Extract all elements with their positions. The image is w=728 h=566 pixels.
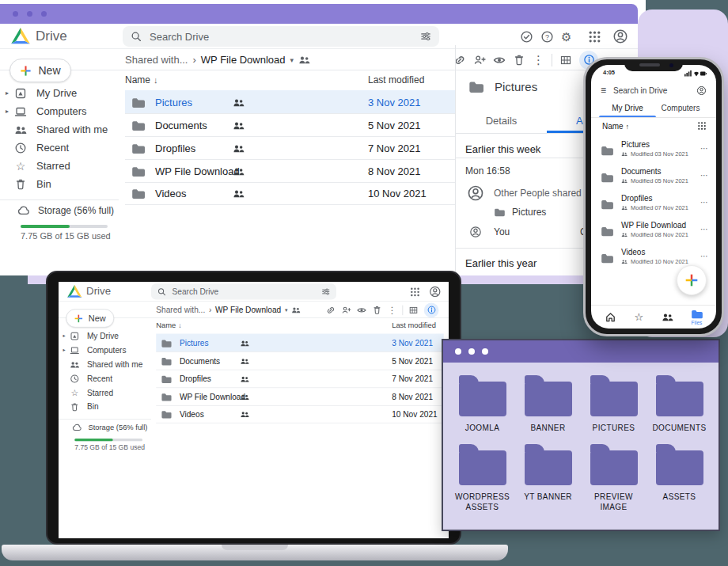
sidebar-item-shared-with-me[interactable]: Shared with me [0, 120, 119, 139]
window-dot[interactable] [455, 348, 461, 355]
file-row-documents[interactable]: Documents Modified 05 Nov 2021 ⋯ [591, 165, 716, 192]
folder-icon [494, 207, 505, 217]
home-icon[interactable] [605, 311, 616, 323]
google-apps-icon[interactable] [410, 287, 420, 297]
file-row-dropfiles[interactable]: Dropfiles Modified 07 Nov 2021 ⋯ [591, 192, 716, 218]
window-dot[interactable] [27, 11, 32, 17]
sidebar-item-recent[interactable]: Recent [0, 139, 119, 157]
grid-view-icon[interactable] [408, 305, 418, 314]
shared-people-icon[interactable] [662, 311, 673, 323]
file-row-documents[interactable]: Documents 5 Nov 2021 [125, 113, 455, 136]
sidebar-item-starred[interactable]: ☆ Starred [59, 386, 151, 400]
column-header-modified[interactable]: Last modified [392, 317, 436, 333]
column-header-name[interactable]: Name ↓ [125, 70, 158, 90]
column-header-modified[interactable]: Last modified [368, 70, 424, 90]
window-dot[interactable] [482, 348, 488, 355]
search-bar[interactable]: Search Drive [123, 26, 439, 47]
sidebar-divider [59, 419, 151, 420]
nav-files[interactable]: Files [691, 309, 703, 325]
activity-entry-item[interactable]: Pictures [494, 207, 546, 218]
storage-summary[interactable]: Storage (56% full) [72, 423, 147, 432]
grid-view-icon[interactable] [697, 121, 707, 131]
new-button[interactable]: New [66, 309, 114, 327]
file-row-wp-file-download[interactable]: WP File Download 8 Nov 2021 [125, 159, 455, 182]
account-avatar[interactable] [612, 28, 628, 44]
settings-gear-icon[interactable]: ⚙ [561, 30, 574, 44]
help-icon[interactable] [540, 30, 554, 44]
window-dot[interactable] [41, 11, 47, 17]
google-apps-icon[interactable] [588, 30, 601, 44]
breadcrumb-parent[interactable]: Shared with... [125, 54, 188, 66]
file-row-documents[interactable]: Documents 5 Nov 2021 [156, 351, 443, 370]
sidebar-item-bin[interactable]: Bin [0, 175, 119, 193]
file-row-videos[interactable]: Videos 10 Nov 2021 [156, 405, 443, 424]
folder-item-banner[interactable]: BANNER [515, 375, 581, 433]
folder-item-pictures[interactable]: PICTURES [581, 375, 646, 433]
sort-desc-icon: ↓ [178, 322, 181, 329]
tab-details[interactable]: Details [456, 108, 547, 133]
folder-item-documents[interactable]: DOCUMENTS [646, 375, 712, 433]
account-avatar[interactable] [429, 286, 442, 298]
file-row-wp-file-download[interactable]: WP File Download Modified 08 Nov 2021 ⋯ [591, 218, 716, 245]
chevron-down-icon[interactable]: ▾ [290, 56, 294, 64]
sidebar-item-bin[interactable]: Bin [59, 400, 151, 414]
folder-item-joomla[interactable]: JOOMLA [449, 375, 515, 433]
new-button[interactable]: New [9, 59, 71, 82]
folder-item-assets[interactable]: ASSETS [646, 444, 712, 512]
sort-control[interactable]: Name ↑ [602, 122, 629, 131]
file-row-videos[interactable]: Videos 10 Nov 2021 [125, 182, 455, 205]
window-dot[interactable] [468, 348, 475, 355]
more-options-icon[interactable]: ⋮ [388, 306, 397, 315]
sidebar-item-my-drive[interactable]: ▸ My Drive [0, 84, 119, 102]
folder-item-yt-banner[interactable]: YT BANNER [515, 444, 581, 512]
share-add-person-icon[interactable] [341, 305, 351, 314]
file-row-dropfiles[interactable]: Dropfiles 7 Nov 2021 [156, 370, 443, 388]
breadcrumb[interactable]: Shared with... › WP File Download ▾ [125, 49, 310, 70]
storage-caption: 7.75 GB of 15 GB used [21, 231, 111, 241]
get-link-icon[interactable] [326, 305, 336, 314]
account-avatar[interactable] [696, 85, 707, 96]
expand-icon[interactable]: ▸ [59, 333, 70, 339]
more-options-icon[interactable]: ⋯ [700, 252, 708, 260]
info-details-icon[interactable] [424, 302, 439, 317]
file-row-dropfiles[interactable]: Dropfiles 7 Nov 2021 [125, 136, 455, 159]
breadcrumb-separator-icon: › [193, 54, 196, 66]
chevron-down-icon[interactable]: ▾ [285, 307, 288, 313]
starred-icon[interactable]: ☆ [634, 312, 643, 322]
file-row-pictures[interactable]: Pictures 3 Nov 2021 [125, 90, 455, 113]
expand-icon[interactable]: ▸ [0, 108, 14, 115]
sidebar-item-recent[interactable]: Recent [59, 371, 151, 386]
file-row-pictures[interactable]: Pictures 3 Nov 2021 [156, 334, 443, 352]
column-header-name[interactable]: Name ↓ [156, 317, 181, 333]
breadcrumb-current[interactable]: WP File Download [201, 54, 286, 66]
expand-icon[interactable]: ▸ [0, 89, 14, 97]
phone-search-bar[interactable]: ≡ Search in Drive [591, 81, 716, 100]
file-row-pictures[interactable]: Pictures Modified 03 Nov 2021 ⋯ [591, 138, 716, 165]
expand-icon[interactable]: ▸ [59, 348, 70, 353]
more-options-icon[interactable]: ⋯ [700, 198, 708, 207]
more-options-icon[interactable]: ⋯ [700, 144, 708, 153]
more-options-icon[interactable]: ⋯ [700, 171, 708, 180]
folder-item-wordpress-assets[interactable]: WORDPRESS ASSETS [449, 444, 515, 512]
tune-icon[interactable] [321, 287, 330, 296]
search-bar[interactable]: Search Drive [151, 283, 336, 299]
sidebar-item-starred[interactable]: ☆ Starred [0, 157, 119, 175]
more-options-icon[interactable]: ⋯ [700, 225, 708, 234]
storage-summary[interactable]: Storage (56% full) [17, 204, 114, 217]
sidebar-item-my-drive[interactable]: ▸ My Drive [59, 329, 151, 343]
trash-icon[interactable] [372, 305, 381, 314]
tab-computers[interactable]: Computers [653, 104, 708, 112]
fab-new-button[interactable] [677, 265, 707, 295]
sidebar-item-computers[interactable]: ▸ Computers [59, 343, 151, 357]
preview-eye-icon[interactable] [357, 305, 366, 314]
tune-icon[interactable] [420, 31, 431, 42]
tab-my-drive[interactable]: My Drive [602, 104, 653, 112]
sidebar-item-shared-with-me[interactable]: Shared with me [59, 357, 151, 371]
menu-hamburger-icon[interactable]: ≡ [601, 85, 606, 96]
window-dot[interactable] [13, 11, 18, 17]
sidebar-item-computers[interactable]: ▸ Computers [0, 102, 119, 120]
folder-item-preview-image[interactable]: PREVIEW IMAGE [581, 444, 646, 512]
file-row-wp-file-download[interactable]: WP File Download 8 Nov 2021 [156, 387, 443, 405]
breadcrumb[interactable]: Shared with... › WP File Download ▾ [156, 302, 301, 318]
offline-check-icon[interactable] [520, 30, 533, 44]
